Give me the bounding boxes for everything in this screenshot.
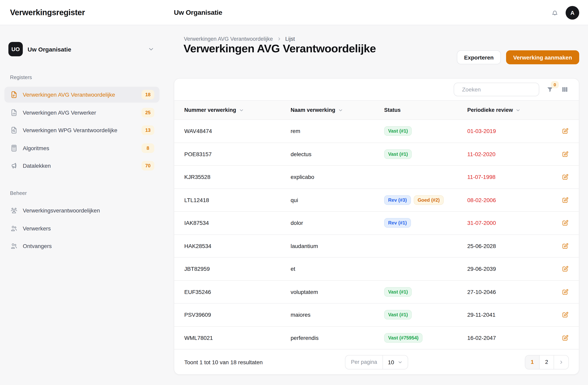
table-row-HAK28534[interactable]: HAK28534laudantium25-06-2028 [174, 235, 579, 258]
cell-status: Vast (#1) [384, 287, 467, 297]
cell-status: Rev (#1) [384, 218, 467, 228]
sidebar-item-verwerkingen-avg-verantwoordelijke[interactable]: Verwerkingen AVG Verantwoordelijke18 [4, 87, 160, 103]
calculator-icon [10, 144, 18, 152]
avatar[interactable]: A [566, 6, 579, 19]
columns-icon[interactable] [561, 85, 569, 94]
page-button-2[interactable]: 2 [540, 355, 554, 369]
column-header-periodieke-review[interactable]: Periodieke review [467, 107, 543, 113]
cell-actions [543, 196, 569, 204]
cell-naam: maiores [291, 312, 384, 318]
cell-nummer: PSV39609 [184, 312, 291, 318]
status-badge: Vast (#75954) [384, 333, 422, 343]
sidebar-section-label-beheer: Beheer [10, 190, 27, 196]
table-row-IAK87534[interactable]: IAK87534dolorRev (#1)31-07-2000 [174, 212, 579, 235]
count-badge: 13 [142, 125, 154, 135]
create-verwerking-button[interactable]: Verwerking aanmaken [506, 50, 579, 64]
table-row-PSV39609[interactable]: PSV39609maioresVast (#1)29-11-2041 [174, 304, 579, 327]
search-box [454, 83, 539, 96]
sidebar-item-datalekken[interactable]: Datalekken70 [4, 158, 160, 174]
cell-naam: voluptatem [291, 289, 384, 295]
status-badge: Rev (#1) [384, 218, 411, 228]
edit-row-button[interactable] [562, 265, 569, 272]
sidebar-item-verwerkingen-avg-verwerker[interactable]: Verwerkingen AVG Verwerker25 [4, 104, 160, 120]
table-row-WML78021[interactable]: WML78021perferendisVast (#75954)16-02-20… [174, 327, 579, 349]
count-badge: 70 [142, 161, 154, 171]
chevron-right-icon [558, 359, 564, 365]
org-selector[interactable]: UO Uw Organisatie [8, 41, 155, 57]
table-card: 0 Nummer verwerkingNaam verwerkingStatus… [174, 78, 579, 375]
filter-button[interactable]: 0 [546, 85, 554, 94]
sidebar-item-verwerkingsverantwoordelijken[interactable]: Verwerkingsverantwoordelijken [4, 202, 160, 218]
status-badge: Rev (#3) [384, 195, 411, 205]
chevron-down-icon [239, 107, 244, 113]
cell-naam: explicabo [291, 174, 384, 180]
sidebar-item-label: Ontvangers [23, 243, 52, 249]
edit-row-button[interactable] [562, 196, 569, 204]
pagination: 12 [525, 355, 569, 369]
page-actions: Exporteren Verwerking aanmaken [457, 50, 579, 64]
table-row-LTL12418[interactable]: LTL12418quiRev (#3)Goed (#2)08-02-2006 [174, 189, 579, 212]
chevron-down-icon [515, 107, 521, 113]
sidebar-section-label-registers: Registers [10, 74, 32, 80]
edit-row-button[interactable] [562, 128, 569, 135]
cell-periodieke-review: 29-11-2041 [467, 312, 543, 318]
sidebar-registers-items: Verwerkingen AVG Verantwoordelijke18Verw… [4, 87, 160, 175]
per-page-number: 10 [388, 359, 394, 365]
topbar-org-title: Uw Organisatie [174, 0, 222, 25]
per-page-select[interactable]: Per pagina 10 [345, 355, 408, 369]
cell-status: Vast (#1) [384, 310, 467, 320]
table-row-KJR35528[interactable]: KJR35528explicabo11-07-1998 [174, 166, 579, 189]
bell-icon[interactable] [550, 8, 559, 17]
sidebar-item-label: Verwerkers [23, 225, 51, 231]
cell-actions [543, 173, 569, 181]
app-root: Verwerkingsregister Uw Organisatie A UO … [0, 0, 588, 385]
cell-actions [543, 151, 569, 158]
edit-row-button[interactable] [562, 151, 569, 158]
sidebar-item-ontvangers[interactable]: Ontvangers [4, 238, 160, 254]
next-page-button[interactable] [554, 355, 568, 369]
edit-row-button[interactable] [562, 334, 569, 342]
edit-row-button[interactable] [562, 311, 569, 319]
breadcrumb-parent[interactable]: Verwerkingen AVG Verantwoordelijke [184, 36, 273, 42]
sidebar-item-label: Algoritmes [23, 145, 49, 151]
cell-naam: rem [291, 128, 384, 135]
page-button-1[interactable]: 1 [525, 355, 540, 369]
cell-periodieke-review: 31-07-2000 [467, 220, 543, 226]
cell-actions [543, 265, 569, 272]
cell-nummer: POE83157 [184, 151, 291, 157]
users-two-icon [10, 242, 18, 250]
column-header-label: Naam verwerking [291, 107, 335, 113]
table-body: WAV48474remVast (#1)01-03-2019POE83157de… [174, 120, 579, 349]
cell-nummer: LTL12418 [184, 197, 291, 203]
sidebar-item-label: Verwerkingsverantwoordelijken [23, 207, 100, 214]
edit-row-button[interactable] [562, 219, 569, 227]
search-input[interactable] [461, 86, 535, 93]
doc-chart-icon [10, 108, 18, 116]
results-summary: Toont 1 tot 10 van 18 resultaten [184, 359, 345, 365]
cell-periodieke-review: 29-06-2039 [467, 266, 543, 272]
edit-row-button[interactable] [562, 288, 569, 296]
table-row-JBT82959[interactable]: JBT82959et29-06-2039 [174, 258, 579, 281]
sidebar-item-algoritmes[interactable]: Algoritmes8 [4, 140, 160, 156]
sidebar-item-label: Datalekken [23, 163, 51, 169]
edit-row-button[interactable] [562, 242, 569, 250]
table-row-WAV48474[interactable]: WAV48474remVast (#1)01-03-2019 [174, 120, 579, 143]
table-row-POE83157[interactable]: POE83157delectusVast (#1)11-02-2020 [174, 143, 579, 166]
cell-actions [543, 219, 569, 227]
cell-actions [543, 311, 569, 319]
cell-periodieke-review: 08-02-2006 [467, 197, 543, 203]
topbar-right: A [550, 0, 579, 25]
table-row-EUF35246[interactable]: EUF35246voluptatemVast (#1)27-10-2046 [174, 281, 579, 304]
cell-naam: perferendis [291, 335, 384, 341]
sidebar-item-verwerkers[interactable]: Verwerkers [4, 220, 160, 236]
edit-row-button[interactable] [562, 173, 569, 181]
column-header-nummer-verwerking[interactable]: Nummer verwerking [184, 107, 291, 113]
status-badge: Vast (#1) [384, 126, 412, 136]
cell-nummer: KJR35528 [184, 174, 291, 180]
topbar: Verwerkingsregister Uw Organisatie A [0, 0, 588, 25]
count-badge: 25 [142, 108, 154, 117]
export-button[interactable]: Exporteren [457, 50, 501, 64]
sidebar-item-verwerkingen-wpg-verantwoordelijke[interactable]: Verwerkingen WPG Verantwoordelijke13 [4, 122, 160, 138]
cell-periodieke-review: 11-02-2020 [467, 151, 543, 157]
column-header-naam-verwerking[interactable]: Naam verwerking [291, 107, 384, 113]
